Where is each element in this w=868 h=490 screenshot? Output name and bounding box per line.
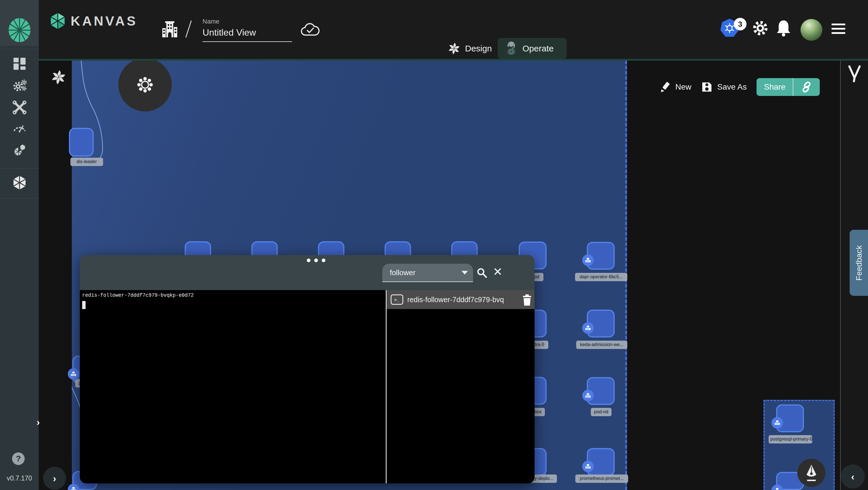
terminal-search-select[interactable] — [382, 264, 473, 282]
right-dock-panel: Feedback ‹ — [840, 59, 868, 490]
feedback-label: Feedback — [855, 245, 864, 281]
pod-badge-icon — [582, 390, 594, 401]
gears-icon — [12, 79, 27, 92]
session-label: redis-follower-7dddf7c979-bvq — [407, 296, 518, 304]
chevron-down-icon — [462, 271, 468, 275]
dashboard-icon — [13, 57, 26, 70]
trash-icon[interactable] — [521, 294, 533, 306]
feedback-tab[interactable]: Feedback — [849, 230, 868, 296]
terminal-window: ✕ redis-follower-7dddf7c979-bvqkp-e0d72 … — [80, 255, 534, 483]
crossed-wrenches-icon — [13, 100, 26, 114]
brand-wordmark: KANVAS — [71, 13, 137, 29]
annotate-pen-button[interactable] — [797, 459, 826, 487]
rail-expand-tab[interactable]: › — [32, 411, 45, 433]
cloud-saved-icon — [300, 22, 320, 37]
sidebar-item-dashboard[interactable] — [0, 55, 39, 72]
operator-headset-icon — [505, 40, 518, 57]
workload-glyph — [70, 371, 77, 377]
kanvas-app: dis-leaderoddra-0boxry-deplo...dapr-oper… — [0, 0, 868, 490]
save-as-button[interactable]: Save As — [701, 81, 747, 93]
terminal-search-input[interactable] — [382, 268, 462, 277]
workload-glyph — [585, 325, 591, 331]
view-action-bar: New Save As Share — [659, 78, 820, 96]
share-button[interactable]: Share — [756, 78, 820, 96]
chevron-right-icon: › — [53, 473, 56, 483]
design-pinwheel-icon — [448, 42, 460, 55]
pod-badge-icon — [68, 368, 79, 380]
canvas-node[interactable] — [587, 448, 615, 476]
sidebar-item-configuration[interactable] — [0, 99, 39, 116]
user-avatar[interactable] — [801, 19, 822, 41]
canvas-expand-button[interactable]: › — [43, 467, 66, 490]
top-bar: KANVAS Name — [39, 0, 868, 59]
workload-glyph — [585, 393, 591, 398]
pod-badge-icon — [582, 461, 594, 472]
save-icon — [701, 81, 713, 93]
organization-building-icon[interactable] — [161, 20, 179, 38]
tab-design[interactable]: Design — [441, 38, 499, 59]
hex-pie-icon — [12, 144, 27, 158]
chevron-right-icon: › — [36, 417, 40, 427]
terminal-cursor — [82, 301, 86, 309]
pen-nib-icon — [804, 464, 819, 482]
save-as-label: Save As — [717, 83, 747, 92]
close-icon[interactable]: ✕ — [493, 266, 503, 277]
canvas-node[interactable] — [587, 377, 615, 405]
pod-badge-icon — [772, 417, 783, 429]
terminal-output-line: redis-follower-7dddf7c979-bvqkp-e0d72 — [82, 293, 194, 298]
kanvas-logo-icon — [49, 12, 67, 30]
tab-design-label: Design — [465, 44, 492, 54]
meshery-pinwheel-icon — [51, 70, 66, 85]
layer5-logo[interactable] — [0, 17, 39, 43]
link-icon — [800, 81, 813, 93]
copy-link-button[interactable] — [793, 78, 820, 96]
chevron-left-icon: ‹ — [851, 471, 854, 481]
workload-glyph — [774, 487, 780, 490]
sidebar-item-lifecycle[interactable] — [0, 77, 39, 94]
cluster-count-badge: 3 — [734, 18, 746, 30]
settings-gear-icon[interactable] — [751, 19, 770, 37]
workload-glyph — [70, 487, 77, 490]
workload-glyph — [774, 420, 780, 426]
terminal-body: redis-follower-7dddf7c979-bvqkp-e0d72 >_… — [80, 290, 534, 483]
notifications-bell-icon[interactable] — [775, 19, 793, 37]
flow-merge-icon[interactable] — [846, 64, 863, 84]
terminal-output-pane[interactable]: redis-follower-7dddf7c979-bvqkp-e0d72 — [80, 290, 386, 483]
pod-badge-icon — [68, 484, 79, 490]
pod-badge-icon — [582, 254, 594, 266]
terminal-prompt-icon: >_ — [391, 295, 403, 305]
search-icon[interactable] — [476, 267, 488, 279]
tab-operate[interactable]: Operate — [498, 38, 567, 59]
sidebar-item-extensions[interactable] — [0, 143, 39, 160]
kanvas-hex-icon — [12, 175, 27, 190]
canvas-node[interactable] — [587, 242, 615, 270]
pencil-icon — [659, 81, 671, 93]
group-drag-handle[interactable] — [118, 59, 172, 112]
snowflake-icon — [135, 75, 155, 95]
canvas-node[interactable] — [69, 128, 94, 156]
share-label: Share — [756, 78, 793, 96]
new-label: New — [675, 83, 691, 92]
canvas-node[interactable] — [776, 404, 804, 432]
operate-mode-strip — [39, 59, 868, 61]
gauge-icon — [12, 122, 27, 133]
breadcrumb-slash — [185, 21, 192, 38]
terminal-drag-handle[interactable] — [307, 258, 326, 262]
help-button[interactable]: ? — [12, 452, 25, 465]
version-label: v0.7.170 — [0, 474, 39, 482]
sidebar-item-performance[interactable] — [0, 119, 39, 136]
session-list-item[interactable]: >_ redis-follower-7dddf7c979-bvq — [386, 290, 534, 309]
workload-glyph — [585, 257, 591, 263]
help-question-icon: ? — [16, 454, 21, 463]
view-name-label: Name — [203, 18, 219, 25]
new-button[interactable]: New — [659, 81, 691, 93]
canvas-node[interactable] — [587, 310, 615, 337]
view-name-input[interactable] — [203, 27, 292, 42]
workload-glyph — [585, 464, 591, 469]
panel-collapse-button[interactable]: ‹ — [841, 464, 865, 489]
sidebar-item-kanvas[interactable] — [0, 174, 39, 192]
terminal-session-pane: >_ redis-follower-7dddf7c979-bvq — [386, 290, 534, 483]
hamburger-menu-icon[interactable] — [832, 24, 845, 34]
tab-operate-label: Operate — [523, 44, 554, 54]
kanvas-brand[interactable]: KANVAS — [49, 12, 137, 30]
